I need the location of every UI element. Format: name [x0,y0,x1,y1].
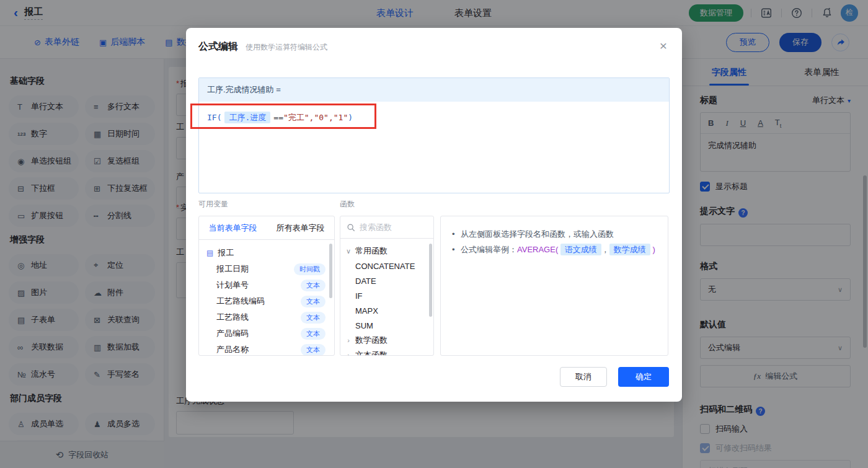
type-badge: 文本 [301,328,326,340]
scrollbar-thumb[interactable] [329,244,332,298]
variables-tab-所有表单字段[interactable]: 所有表单字段 [267,223,334,234]
form-doc-icon: ▤ [206,249,213,257]
close-icon[interactable]: × [660,39,667,52]
variable-row-工艺路线[interactable]: 工艺路线文本 [199,309,334,325]
function-group-常用函数[interactable]: ∨常用函数 [340,244,433,258]
caret-down-icon: ∨ [345,247,352,255]
modal-subtitle: 使用数学运算符编辑公式 [246,42,327,53]
formula-operator-token: == [273,113,283,122]
variable-row-计划单号[interactable]: 计划单号文本 [199,277,334,293]
formula-editor-box: 工序.完成情况辅助 = IF(工序.进度=="完工","0","1") [198,77,670,193]
function-item-DATE[interactable]: DATE [340,273,433,288]
variables-form-row[interactable]: ▤报工 [199,245,334,261]
formula-function-token: IF( [207,113,221,122]
function-item-MAPX[interactable]: MAPX [340,303,433,318]
modal-title: 公式编辑 [198,40,238,53]
function-item-IF[interactable]: IF [340,288,433,303]
function-item-SUM[interactable]: SUM [340,318,433,333]
example-chip-chinese: 语文成绩 [560,244,601,255]
confirm-button[interactable]: 确定 [618,367,669,387]
search-placeholder: 搜索函数 [360,222,392,233]
search-icon [347,223,355,232]
scrollbar-thumb[interactable] [429,244,432,317]
function-item-CONCATENATE[interactable]: CONCATENATE [340,258,433,273]
variables-panel: 当前表单字段所有表单字段 ▤报工报工日期时间戳计划单号文本工艺路线编码文本工艺路… [198,216,335,356]
type-badge: 文本 [301,344,326,356]
type-badge: 文本 [301,280,326,291]
type-badge: 文本 [301,312,326,324]
tip-line-1: 从左侧面板选择字段名和函数，或输入函数 [452,226,657,242]
formula-string-token: "完工","0","1" [283,113,348,122]
variable-row-报工日期[interactable]: 报工日期时间戳 [199,261,334,277]
functions-label: 函数 [340,199,355,210]
variables-tab-当前表单字段[interactable]: 当前表单字段 [199,223,267,234]
type-badge: 文本 [301,296,326,307]
variable-row-产品名称[interactable]: 产品名称文本 [199,342,334,356]
cancel-button[interactable]: 取消 [560,367,607,387]
variable-row-工艺路线编码[interactable]: 工艺路线编码文本 [199,293,334,309]
functions-panel: 搜索函数 ∨常用函数CONCATENATEDATEIFMAPXSUM›数学函数›… [340,216,434,356]
caret-right-icon: › [345,351,352,356]
formula-editor-modal: 公式编辑 使用数学运算符编辑公式 × 工序.完成情况辅助 = IF(工序.进度=… [186,28,682,402]
tips-panel: 从左侧面板选择字段名和函数，或输入函数 公式编辑举例：AVERAGE( 语文成绩… [440,216,668,356]
caret-right-icon: › [345,337,352,344]
variable-row-产品编码[interactable]: 产品编码文本 [199,325,334,342]
tip-line-2: 公式编辑举例：AVERAGE( 语文成绩，数学成绩 ) [452,242,657,257]
formula-close-paren: ) [348,113,353,122]
formula-target: 工序.完成情况辅助 = [199,78,669,102]
formula-input-area[interactable]: IF(工序.进度=="完工","0","1") [199,102,669,134]
variables-label: 可用变量 [198,199,228,210]
function-group-数学函数[interactable]: ›数学函数 [340,333,433,348]
function-search[interactable]: 搜索函数 [340,216,433,239]
type-badge: 时间戳 [294,263,326,275]
function-group-文本函数[interactable]: ›文本函数 [340,348,433,356]
formula-variable-chip[interactable]: 工序.进度 [224,112,270,123]
form-designer-app: ‹ 报工 表单设计 表单设置 数据管理 [0,0,868,468]
example-chip-math: 数学成绩 [609,244,650,255]
